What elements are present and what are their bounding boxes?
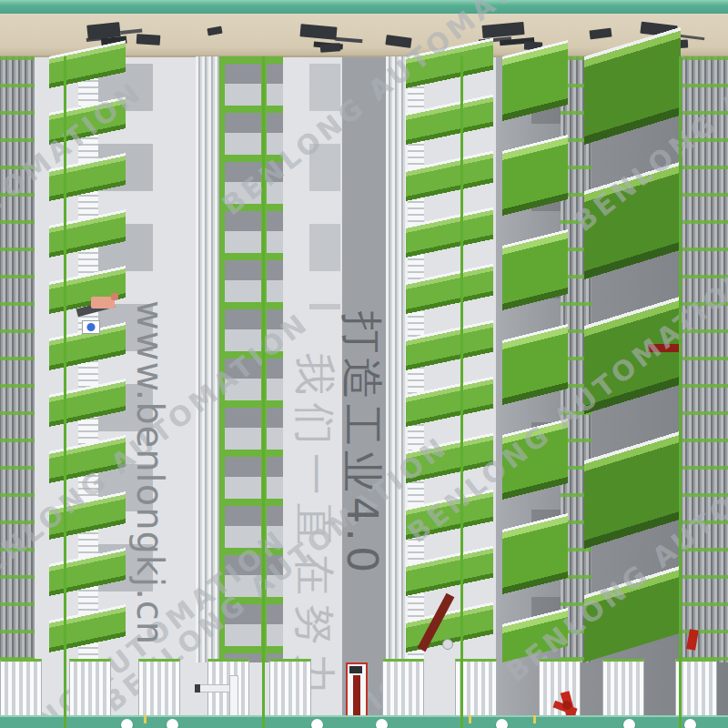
machine-station xyxy=(138,659,180,717)
machine-station xyxy=(0,659,42,717)
yellow-post xyxy=(469,715,471,723)
red-robot-arm xyxy=(353,675,360,715)
machine-station xyxy=(602,659,644,717)
floor-marker xyxy=(311,719,323,728)
logo-badge xyxy=(82,320,100,334)
slogan-working-hard: 我们一直在努力 xyxy=(286,353,342,703)
yellow-post xyxy=(533,715,536,723)
red-robot-gripper xyxy=(349,666,362,673)
floor-marker xyxy=(121,719,133,728)
yellow-post xyxy=(144,715,147,723)
green-panel-stack xyxy=(502,40,568,662)
floor-marker xyxy=(167,719,178,728)
machinery-cluster xyxy=(136,34,161,46)
rack-shadow-strip xyxy=(309,64,340,309)
rack-column-4 xyxy=(386,56,495,662)
machinery-cluster xyxy=(320,43,341,53)
website-url-text: www.benlongkj.cn xyxy=(129,300,171,645)
rack-upright xyxy=(262,56,265,728)
red-robot-joint xyxy=(562,701,571,710)
white-robot-gripper xyxy=(195,684,200,693)
floor-marker xyxy=(684,719,696,728)
bottom-teal-band xyxy=(0,715,728,728)
warehouse-render: BENLONG AUTOMATION BENLONG AUTOMATION BE… xyxy=(0,0,728,728)
conveyor-end-disc xyxy=(442,639,453,650)
pink-robot-joint xyxy=(111,293,118,300)
floor-marker xyxy=(496,719,508,728)
machine-station xyxy=(382,659,424,717)
rack-upright xyxy=(679,56,682,728)
rack-upright xyxy=(460,56,463,728)
rack-upright xyxy=(64,56,66,728)
machine-station xyxy=(269,659,311,717)
floor-marker xyxy=(376,719,388,728)
green-panel-stack xyxy=(406,38,493,662)
machine-station xyxy=(69,659,111,717)
floor-marker xyxy=(623,719,635,728)
top-teal-strip xyxy=(0,0,728,14)
